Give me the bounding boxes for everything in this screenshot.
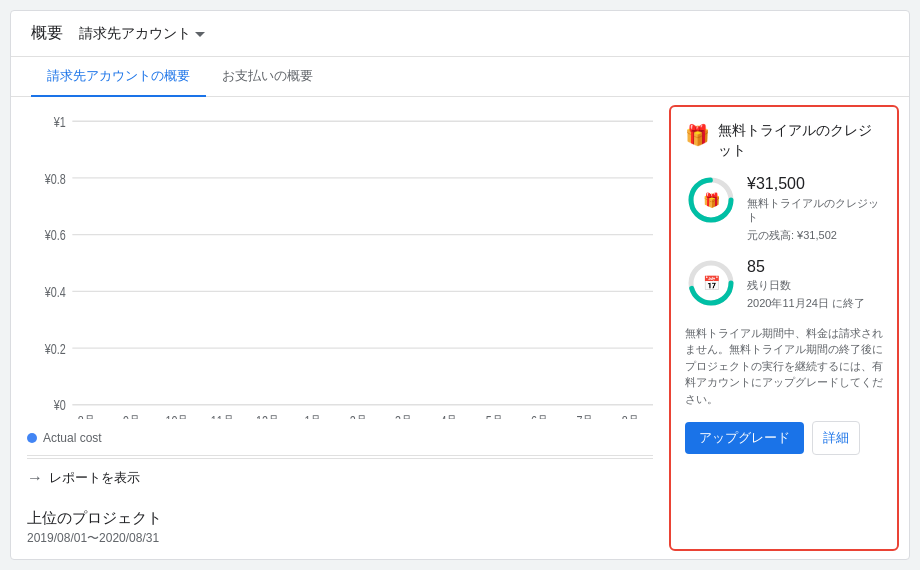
svg-text:4月: 4月	[440, 414, 457, 419]
chart-legend: Actual cost	[27, 423, 653, 453]
days-info: 85 残り日数 2020年11月24日 に終了	[747, 257, 883, 311]
svg-text:¥0.2: ¥0.2	[44, 341, 66, 357]
chart-section: ¥1 ¥0.8 ¥0.6 ¥0.4 ¥0.2 ¥0 8月 9月 10月 11	[11, 97, 669, 559]
gift-icon: 🎁	[685, 123, 710, 147]
main-window: 概要 請求先アカウント 請求先アカウントの概要 お支払いの概要 ¥1 ¥0.8	[10, 10, 910, 560]
svg-text:3月: 3月	[395, 414, 412, 419]
svg-text:6月: 6月	[531, 414, 548, 419]
credit-sub: 元の残高: ¥31,502	[747, 228, 883, 243]
svg-text:11月: 11月	[211, 414, 234, 419]
project-section: 上位のプロジェクト 2019/08/01〜2020/08/31	[27, 497, 653, 559]
tab-payment[interactable]: お支払いの概要	[206, 57, 329, 97]
svg-text:¥0.8: ¥0.8	[44, 171, 66, 187]
legend-label-actual: Actual cost	[43, 431, 102, 445]
cost-chart: ¥1 ¥0.8 ¥0.6 ¥0.4 ¥0.2 ¥0 8月 9月 10月 11	[27, 107, 653, 419]
content-area: ¥1 ¥0.8 ¥0.6 ¥0.4 ¥0.2 ¥0 8月 9月 10月 11	[11, 97, 909, 559]
report-link-label: レポートを表示	[49, 469, 140, 487]
svg-text:8月: 8月	[78, 414, 95, 419]
svg-text:2月: 2月	[350, 414, 367, 419]
project-subtitle: 2019/08/01〜2020/08/31	[27, 530, 653, 547]
svg-text:¥0: ¥0	[53, 398, 66, 414]
days-label: 残り日数	[747, 278, 883, 292]
svg-text:¥0.4: ¥0.4	[44, 285, 66, 301]
days-item: 📅 85 残り日数 2020年11月24日 に終了	[685, 257, 883, 311]
legend-dot-actual	[27, 433, 37, 443]
header: 概要 請求先アカウント	[11, 11, 909, 57]
credit-label: 無料トライアルのクレジット	[747, 196, 883, 225]
credit-info: ¥31,500 無料トライアルのクレジット 元の残高: ¥31,502	[747, 174, 883, 242]
free-trial-sidebar: 🎁 無料トライアルのクレジット 🎁 ¥31,500 無料トライアルのクレジ	[669, 105, 899, 551]
detail-button[interactable]: 詳細	[812, 421, 860, 455]
billing-account-dropdown[interactable]: 請求先アカウント	[79, 25, 205, 43]
credit-item: 🎁 ¥31,500 無料トライアルのクレジット 元の残高: ¥31,502	[685, 174, 883, 242]
sidebar-header: 🎁 無料トライアルのクレジット	[685, 121, 883, 160]
arrow-right-icon: →	[27, 469, 43, 487]
svg-text:9月: 9月	[123, 414, 140, 419]
project-title: 上位のプロジェクト	[27, 509, 653, 528]
svg-text:8月: 8月	[622, 414, 639, 419]
credit-donut-chart: 🎁	[685, 174, 737, 226]
sidebar-title: 無料トライアルのクレジット	[718, 121, 883, 160]
svg-text:7月: 7月	[576, 414, 593, 419]
billing-account-label: 請求先アカウント	[79, 25, 191, 43]
svg-text:¥0.6: ¥0.6	[44, 228, 66, 244]
sidebar-actions: アップグレード 詳細	[685, 421, 883, 455]
upgrade-button[interactable]: アップグレード	[685, 422, 804, 454]
days-sub: 2020年11月24日 に終了	[747, 296, 883, 311]
tabs-bar: 請求先アカウントの概要 お支払いの概要	[11, 57, 909, 97]
trial-description: 無料トライアル期間中、料金は請求されません。無料トライアル期間の終了後にプロジェ…	[685, 325, 883, 408]
tab-overview[interactable]: 請求先アカウントの概要	[31, 57, 206, 97]
report-link[interactable]: → レポートを表示	[27, 458, 653, 497]
days-amount: 85	[747, 257, 883, 278]
chevron-down-icon	[195, 32, 205, 37]
divider	[27, 455, 653, 456]
credit-amount: ¥31,500	[747, 174, 883, 195]
donut-calendar-icon: 📅	[703, 275, 720, 291]
donut-gift-icon: 🎁	[703, 192, 720, 208]
svg-text:1月: 1月	[304, 414, 321, 419]
svg-text:10月: 10月	[165, 414, 188, 419]
svg-text:12月: 12月	[256, 414, 279, 419]
chart-container: ¥1 ¥0.8 ¥0.6 ¥0.4 ¥0.2 ¥0 8月 9月 10月 11	[27, 107, 653, 419]
page-title: 概要	[31, 23, 63, 44]
svg-text:¥1: ¥1	[53, 114, 66, 130]
svg-text:5月: 5月	[486, 414, 503, 419]
days-donut-chart: 📅	[685, 257, 737, 309]
